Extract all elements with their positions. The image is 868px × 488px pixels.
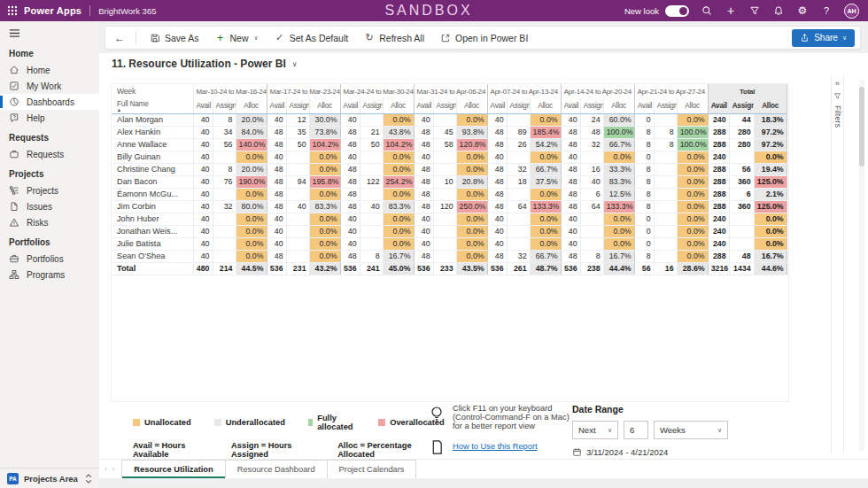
environment-name[interactable]: BrightWork 365 (98, 6, 156, 16)
full-name-cell: Dan Bacon (112, 175, 193, 188)
page-title: 11. Resource Utilization - Power BI (112, 58, 286, 70)
tab-resource-utilization[interactable]: Resource Utilization (121, 460, 225, 478)
full-name-header[interactable]: Full Name▲ (112, 98, 193, 113)
assign-cell: 122 (360, 175, 383, 188)
sidebar-item-home[interactable]: Home (0, 62, 99, 78)
alloc-cell: 0.0% (236, 250, 267, 262)
back-button[interactable]: ← (112, 32, 130, 44)
how-to-use-link[interactable]: How to Use this Report (453, 442, 538, 451)
new-look-toggle[interactable] (665, 5, 689, 17)
table-total-row: Total48021444.5%53623143.2%53624145.0%53… (112, 262, 787, 275)
alloc-cell: 0.0% (677, 163, 708, 175)
title-chevron-icon[interactable]: ∨ (292, 60, 298, 68)
total-assign-cell: 6 (729, 188, 754, 200)
area-switcher-icon (85, 474, 92, 484)
area-switcher[interactable]: PA Projects Area (0, 468, 99, 488)
total-group-header: Total (708, 84, 787, 98)
topbar-right: New look + ⚙ ? AH (624, 4, 868, 19)
alloc-cell: 0.0% (456, 163, 487, 175)
assign-cell (286, 163, 309, 175)
total-avail-cell: 288 (708, 126, 729, 138)
share-button[interactable]: Share ∨ (792, 29, 855, 47)
assign-cell: 21 (360, 126, 383, 138)
unit-select[interactable]: Weeks ∨ (654, 421, 728, 439)
chevron-down-icon: ∨ (254, 35, 259, 42)
avail-cell: 48 (414, 126, 433, 138)
avail-cell: 40 (193, 175, 213, 188)
total-avail-cell: 240 (708, 213, 729, 225)
avatar[interactable]: AH (844, 4, 859, 19)
sidebar-item-requests[interactable]: Requests (0, 146, 99, 162)
app-name[interactable]: Power Apps (24, 5, 81, 16)
avail-cell: 40 (193, 225, 213, 237)
help-icon[interactable]: ? (820, 4, 833, 17)
tab-resource-dashboard[interactable]: Resource Dashboard (226, 460, 328, 478)
avail-cell: 40 (414, 237, 433, 250)
table-row: Alan Morgan40820.0%401230.0%400.0%400.0%… (112, 113, 787, 126)
unit-value: Weeks (660, 425, 686, 435)
tab-project-calendars[interactable]: Project Calendars (328, 460, 417, 478)
alloc-cell: 0.0% (530, 188, 561, 200)
sidebar-item-risks[interactable]: Risks (0, 214, 99, 230)
tab-prev-icon[interactable]: ‹ (105, 465, 107, 473)
sidebar-item-help[interactable]: Help (0, 110, 99, 126)
avail-cell: 56 (634, 262, 654, 275)
alloc-cell: 83.3% (383, 200, 414, 213)
hamburger-icon[interactable] (0, 21, 99, 42)
table-row: Anne Wallace4056140.0%4850104.2%4850104.… (112, 138, 787, 151)
assign-cell (580, 225, 603, 237)
report-scrollbar[interactable] (859, 80, 864, 452)
alloc-cell: 0.0% (383, 163, 414, 175)
sidebar-item-issues[interactable]: Issues (0, 198, 99, 214)
assign-cell (654, 225, 677, 237)
notifications-icon[interactable] (772, 4, 785, 17)
filters-funnel-icon (833, 92, 841, 100)
open-in-power-bi-label: Open in Power BI (455, 33, 528, 43)
assign-cell: 48 (580, 126, 603, 138)
set-as-default-button[interactable]: ✓ Set As Default (267, 27, 357, 49)
assign-cell: 89 (507, 126, 530, 138)
count-input[interactable] (624, 421, 648, 439)
new-button[interactable]: + New ∨ (207, 27, 267, 49)
scrollbar-thumb[interactable] (859, 87, 864, 167)
settings-icon[interactable]: ⚙ (796, 4, 809, 17)
page-titlebar: 11. Resource Utilization - Power BI ∨ (99, 53, 868, 74)
tab-next-icon[interactable]: › (112, 465, 115, 473)
avail-cell: 48 (561, 250, 580, 262)
alloc-cell: 43.5% (456, 262, 487, 275)
save-as-button[interactable]: Save As (142, 27, 207, 49)
avail-cell: 8 (634, 200, 654, 213)
assign-cell (654, 237, 677, 250)
avail-cell: 48 (267, 126, 286, 138)
filters-pane[interactable]: « Filters (831, 76, 844, 453)
alloc-cell: 0.0% (530, 237, 561, 250)
preset-select[interactable]: Next ∨ (572, 421, 618, 439)
avail-cell: 48 (561, 200, 580, 213)
main-area: ← Save As + New ∨ ✓ Set As Default (99, 21, 868, 488)
sidebar-item-programs[interactable]: Programs (0, 267, 99, 283)
subheader-assign: Assign (729, 98, 754, 113)
assign-cell: 231 (286, 262, 309, 275)
share-chevron-icon: ∨ (842, 35, 847, 42)
full-name-cell: Sean O'Shea (112, 250, 193, 262)
refresh-all-button[interactable]: ↻ Refresh All (356, 27, 432, 49)
open-in-power-bi-button[interactable]: Open in Power BI (432, 27, 536, 49)
total-avail-cell: 288 (708, 175, 729, 188)
search-icon[interactable] (701, 4, 713, 17)
alloc-cell: 0.0% (530, 151, 561, 163)
expand-filters-icon[interactable]: « (835, 80, 840, 87)
assign-cell: 26 (507, 138, 530, 151)
avail-cell: 48 (487, 163, 507, 175)
assign-cell: 50 (286, 138, 309, 151)
waffle-menu-icon[interactable] (7, 5, 18, 16)
sidebar-item-my-work[interactable]: My Work (0, 78, 99, 94)
assign-cell (507, 225, 530, 237)
filter-icon[interactable] (748, 4, 761, 17)
sidebar-item-dashboards[interactable]: Dashboards (0, 94, 99, 110)
avail-cell: 40 (267, 151, 286, 163)
sidebar-item-projects[interactable]: Projects (0, 182, 99, 198)
table-row: Christine Chang40820.0%480.0%480.0%480.0… (112, 163, 787, 175)
sidebar-item-portfolios[interactable]: Portfolios (0, 251, 99, 267)
table-row: Dan Bacon4076190.0%4894195.8%48122254.2%… (112, 175, 787, 188)
add-icon[interactable]: + (725, 4, 737, 17)
